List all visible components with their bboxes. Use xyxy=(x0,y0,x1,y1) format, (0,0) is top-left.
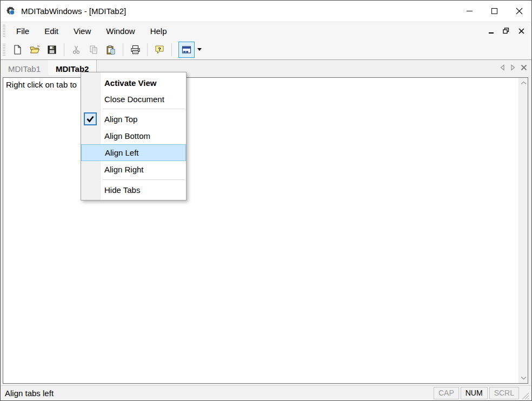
save-button[interactable] xyxy=(44,42,59,57)
status-indicators: CAP NUM SCRL xyxy=(434,387,519,399)
menu-item-align-left[interactable]: Align Left xyxy=(81,144,186,161)
scroll-down-button[interactable] xyxy=(519,373,528,383)
window-title: MDITabWindows - [MDITab2] xyxy=(21,6,126,16)
minimize-button[interactable] xyxy=(457,1,482,22)
mdi-minimize-icon xyxy=(489,32,494,34)
menu-item-label: Align Left xyxy=(105,148,139,157)
menu-bar: File Edit View Window Help xyxy=(1,22,531,39)
toolbar-separator xyxy=(171,43,172,56)
mdi-tab-windows-button[interactable] xyxy=(178,42,195,58)
status-message: Align tabs left xyxy=(5,389,54,398)
menu-item-label: Activate View xyxy=(104,78,156,88)
menu-item-align-right[interactable]: Align Right xyxy=(81,161,186,178)
menu-separator xyxy=(103,179,185,180)
new-document-icon xyxy=(12,44,23,55)
mdi-tab-windows-dropdown-button[interactable] xyxy=(196,42,203,57)
num-lock-indicator: NUM xyxy=(461,387,488,399)
tab-close-icon xyxy=(521,64,527,71)
menu-item-label: Align Bottom xyxy=(104,131,150,141)
menu-file[interactable]: File xyxy=(9,24,37,38)
mdi-restore-icon xyxy=(503,28,509,34)
resize-grip[interactable] xyxy=(520,390,530,400)
menu-item-close-document[interactable]: Close Document xyxy=(81,91,186,107)
mdi-tab-windows-icon xyxy=(181,44,192,55)
tab-scroll-left-button[interactable] xyxy=(498,63,507,72)
menu-item-align-top[interactable]: Align Top xyxy=(81,111,186,128)
menu-item-label: Align Top xyxy=(104,115,137,124)
svg-text:?: ? xyxy=(158,45,161,51)
copy-button[interactable] xyxy=(86,42,101,57)
title-bar: MDITabWindows - [MDITab2] xyxy=(1,1,531,22)
tab-scroll-left-icon xyxy=(500,64,505,71)
tab-close-button[interactable] xyxy=(520,63,528,72)
toolbar-separator xyxy=(147,43,148,56)
menubar-gripper[interactable] xyxy=(3,25,5,37)
toolbar: ? xyxy=(1,39,531,60)
minimize-icon xyxy=(467,11,473,11)
maximize-button[interactable] xyxy=(482,1,507,22)
scroll-lock-indicator: SCRL xyxy=(489,387,519,399)
help-bubble-icon: ? xyxy=(154,44,165,55)
tab-scroll-right-icon xyxy=(510,64,516,71)
toolbar-gripper[interactable] xyxy=(3,44,5,56)
checkmark-icon xyxy=(84,112,97,125)
copy-pages-icon xyxy=(88,44,99,55)
app-window: MDITabWindows - [MDITab2] File Edit View… xyxy=(0,0,532,401)
scroll-up-button[interactable] xyxy=(519,78,528,88)
new-document-button[interactable] xyxy=(10,42,25,57)
caps-lock-indicator: CAP xyxy=(434,387,459,399)
tab-mditab1[interactable]: MDITab1 xyxy=(1,60,48,75)
mdi-close-icon xyxy=(518,28,524,34)
status-bar: Align tabs left CAP NUM SCRL xyxy=(1,385,531,400)
menu-item-align-bottom[interactable]: Align Bottom xyxy=(81,128,186,144)
maximize-icon xyxy=(491,8,497,14)
menu-window[interactable]: Window xyxy=(98,24,142,38)
chevron-up-icon xyxy=(521,81,527,85)
about-help-button[interactable]: ? xyxy=(152,42,167,57)
menu-item-activate-view[interactable]: Activate View xyxy=(81,75,186,91)
mdi-close-button[interactable] xyxy=(515,25,527,36)
menu-item-label: Align Right xyxy=(104,165,144,174)
close-icon xyxy=(516,8,523,15)
toolbar-separator xyxy=(123,43,123,56)
menu-item-label: Close Document xyxy=(104,95,164,104)
chevron-down-icon xyxy=(521,376,527,380)
menu-item-label: Hide Tabs xyxy=(104,185,140,195)
menu-item-hide-tabs[interactable]: Hide Tabs xyxy=(81,182,186,198)
print-button[interactable] xyxy=(128,42,143,57)
mdi-minimize-button[interactable] xyxy=(485,25,497,36)
app-icon xyxy=(6,6,16,16)
vertical-scrollbar[interactable] xyxy=(518,78,528,383)
close-button[interactable] xyxy=(507,1,531,22)
menu-help[interactable]: Help xyxy=(143,24,175,38)
tab-context-menu: Activate View Close Document Align Top A… xyxy=(81,72,187,201)
tab-bar-controls xyxy=(498,60,531,75)
mdi-child-controls xyxy=(485,25,527,36)
cut-button[interactable] xyxy=(69,42,84,57)
dropdown-arrow-icon xyxy=(197,48,202,51)
print-printer-icon xyxy=(130,44,141,55)
save-floppy-icon xyxy=(46,44,57,55)
open-file-button[interactable] xyxy=(27,42,42,57)
paste-button[interactable] xyxy=(103,42,118,57)
paste-clipboard-icon xyxy=(105,44,116,55)
menu-edit[interactable]: Edit xyxy=(37,24,66,38)
tab-scroll-right-button[interactable] xyxy=(509,63,517,72)
menu-separator xyxy=(103,109,185,109)
toolbar-separator xyxy=(64,43,64,56)
open-folder-icon xyxy=(29,44,40,55)
mdi-restore-button[interactable] xyxy=(500,25,512,36)
menu-view[interactable]: View xyxy=(66,24,98,38)
cut-scissors-icon xyxy=(71,44,82,55)
